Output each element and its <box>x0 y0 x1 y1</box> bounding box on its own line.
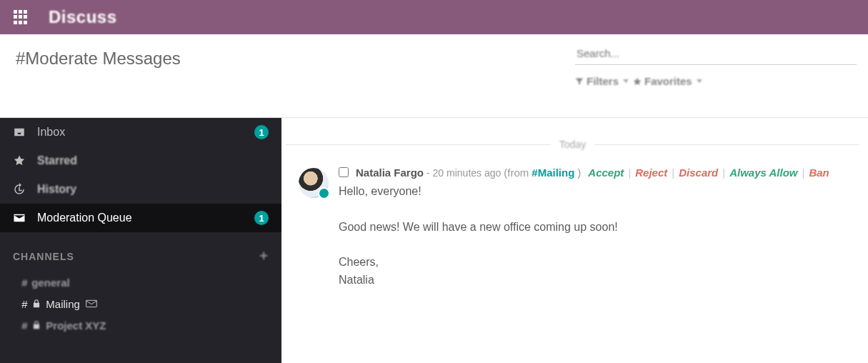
channel-mailing[interactable]: # Mailing <box>0 293 281 314</box>
lock-icon <box>31 320 41 330</box>
channels-header-label: CHANNELS <box>13 251 74 262</box>
message-author[interactable]: Natalia Fargo <box>356 166 424 179</box>
inbox-icon <box>13 126 26 139</box>
message-body: Hello, everyone! Good news! We will have… <box>339 183 851 289</box>
apps-icon[interactable] <box>13 9 29 25</box>
control-panel: #Moderate Messages Filters Favorites <box>0 34 868 118</box>
ban-button[interactable]: Ban <box>809 166 829 179</box>
separator: | <box>722 166 725 179</box>
favorites-button[interactable]: Favorites <box>633 75 702 87</box>
separator: | <box>802 166 804 179</box>
hash-icon: # <box>21 277 27 289</box>
separator: | <box>672 166 674 179</box>
sidebar-item-moderation-queue[interactable]: Moderation Queue 1 <box>0 204 281 232</box>
svg-rect-0 <box>86 300 97 307</box>
channel-label: Mailing <box>46 298 80 310</box>
message-header: Natalia Fargo - 20 minutes ago (from #Ma… <box>339 166 851 179</box>
funnel-icon <box>575 77 584 86</box>
lock-icon <box>31 299 41 309</box>
sidebar-item-label: History <box>37 183 269 196</box>
date-separator: Today <box>286 138 859 151</box>
sidebar-item-history[interactable]: History <box>0 175 281 204</box>
message-from-prefix: (from <box>504 166 529 179</box>
sidebar-item-label: Starred <box>37 154 269 167</box>
channel-label: general <box>31 277 69 289</box>
envelope-icon <box>13 212 26 224</box>
always-allow-button[interactable]: Always Allow <box>729 166 797 179</box>
thread-pane: Today Natalia Fargo - 20 minutes ago (fr… <box>281 118 868 363</box>
channel-general[interactable]: # general <box>0 272 281 293</box>
sidebar-item-label: Inbox <box>37 126 254 139</box>
channels-header: CHANNELS + <box>0 232 281 272</box>
page-title: #Moderate Messages <box>16 49 575 69</box>
channel-label: Project XYZ <box>46 319 106 332</box>
moderation-actions: Accept | Reject | Discard | Always Allow… <box>588 166 829 179</box>
discard-button[interactable]: Discard <box>679 166 718 179</box>
sidebar-item-starred[interactable]: Starred <box>0 146 281 175</box>
accept-button[interactable]: Accept <box>588 166 624 179</box>
select-message-checkbox[interactable] <box>339 167 349 177</box>
sidebar-item-inbox[interactable]: Inbox 1 <box>0 118 281 146</box>
add-channel-button[interactable]: + <box>259 248 269 264</box>
brand-bar: Discuss <box>0 0 868 34</box>
reject-button[interactable]: Reject <box>635 166 667 179</box>
separator: | <box>628 166 631 179</box>
message: Natalia Fargo - 20 minutes ago (from #Ma… <box>281 159 868 289</box>
app-title: Discuss <box>49 7 117 27</box>
sidebar-item-label: Moderation Queue <box>37 212 254 224</box>
star-icon <box>13 154 26 167</box>
filters-label: Filters <box>587 75 619 87</box>
inbox-badge: 1 <box>254 125 269 139</box>
envelope-icon <box>86 299 97 308</box>
message-timestamp: - 20 minutes ago <box>426 167 501 179</box>
filters-button[interactable]: Filters <box>575 75 629 87</box>
hash-icon: # <box>21 319 27 332</box>
avatar[interactable] <box>299 168 329 198</box>
chevron-down-icon <box>697 79 702 83</box>
favorites-label: Favorites <box>644 75 692 87</box>
message-channel-link[interactable]: #Mailing <box>532 166 574 179</box>
chevron-down-icon <box>623 79 629 83</box>
star-icon <box>633 77 642 86</box>
history-icon <box>13 183 26 196</box>
date-separator-label: Today <box>551 139 594 150</box>
sidebar: Inbox 1 Starred History Moderation Queue… <box>0 118 281 363</box>
channel-project-xyz[interactable]: # Project XYZ <box>0 314 281 336</box>
hash-icon: # <box>21 298 27 310</box>
search-input[interactable] <box>577 47 855 59</box>
moderation-badge: 1 <box>254 211 269 225</box>
message-from-suffix: ) <box>577 166 581 179</box>
search-row <box>575 44 857 65</box>
